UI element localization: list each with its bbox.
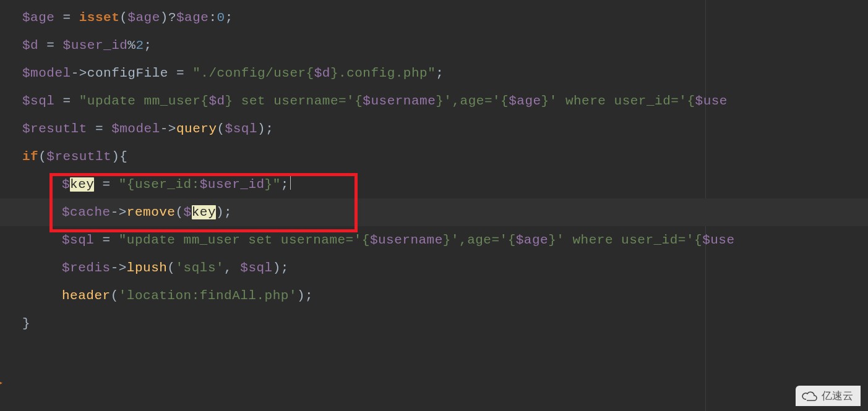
punct: ) (257, 122, 265, 136)
punct: ( (111, 289, 119, 303)
method-remove: remove (127, 205, 176, 219)
punct: , (224, 261, 240, 275)
text-cursor-icon (290, 175, 291, 190)
string: "./config/user{ (192, 66, 314, 80)
punct: ; (144, 38, 152, 53)
punct: ; (225, 11, 233, 25)
string: }',age='{ (436, 94, 509, 108)
number: 2 (135, 38, 144, 53)
punct: ; (281, 177, 289, 192)
gutter-arrow-icon: ▸ (0, 375, 4, 390)
punct: ( (167, 261, 175, 275)
string: }' where user_id='{ (548, 233, 702, 247)
code-line[interactable]: $key = "{user_id:$user_id}"; (0, 171, 868, 198)
punct: } (22, 316, 30, 331)
variable: $d (208, 94, 225, 108)
operator: : (208, 11, 217, 25)
code-line[interactable]: if($resutlt){ (0, 143, 868, 171)
variable: $resutlt (22, 122, 87, 136)
number: 0 (217, 11, 225, 25)
code-line[interactable]: $age = isset($age)?$age:0; (0, 4, 868, 32)
string: } set username='{ (225, 94, 363, 108)
punct: { (119, 150, 127, 164)
variable: $sql (22, 94, 54, 108)
punct: ) (111, 150, 119, 164)
operator: % (127, 38, 135, 53)
variable: $username (363, 94, 436, 108)
variable-dollar: $ (184, 205, 192, 219)
variable: $model (22, 66, 71, 80)
function-header: header (62, 289, 111, 303)
code-line[interactable]: $sql = "update mm_user{$d} set username=… (0, 87, 868, 115)
string: 'sqls' (175, 261, 224, 275)
operator: = (168, 66, 192, 80)
operator: = (54, 94, 79, 108)
code-line[interactable]: $d = $user_id%2; (0, 32, 868, 59)
operator: ? (168, 11, 176, 25)
variable: $cache (62, 205, 111, 219)
punct: ) (160, 11, 168, 25)
punct: ; (281, 261, 289, 275)
variable: $redis (62, 261, 111, 275)
variable: $age (22, 11, 54, 25)
code-line[interactable]: } (0, 310, 868, 337)
punct: ( (38, 150, 46, 164)
punct: ( (119, 11, 127, 25)
operator: = (87, 122, 111, 136)
operator-arrow: -> (160, 122, 176, 136)
variable: $d (22, 38, 38, 53)
string: }',age='{ (443, 233, 516, 247)
code-editor[interactable]: $age = isset($age)?$age:0; $d = $user_id… (0, 0, 868, 411)
variable: $model (111, 122, 160, 136)
keyword-if: if (22, 150, 38, 164)
operator: = (94, 177, 118, 192)
punct: ; (305, 289, 313, 303)
variable: $sql (240, 261, 272, 275)
string: }' where user_id='{ (541, 94, 695, 108)
operator: = (54, 11, 79, 25)
variable: $use (702, 233, 734, 247)
string: 'location:findAll.php' (119, 289, 297, 303)
highlight-key: key (70, 177, 94, 192)
watermark-badge: 亿速云 (796, 386, 861, 406)
punct: ) (273, 261, 281, 275)
variable: $age (127, 11, 160, 25)
variable: $age (509, 94, 541, 108)
property: configFile (87, 66, 168, 80)
code-line[interactable]: $resutlt = $model->query($sql); (0, 115, 868, 143)
variable: $resutlt (46, 150, 111, 164)
code-line[interactable]: $redis->lpush('sqls', $sql); (0, 254, 868, 282)
variable: $user_id (200, 177, 265, 192)
highlight-key: key (192, 205, 216, 219)
variable: $sql (225, 122, 257, 136)
variable: $d (314, 66, 330, 80)
variable: $age (176, 11, 208, 25)
string: "update mm_user{ (79, 94, 209, 108)
string: }.config.php" (330, 66, 436, 80)
string: "{user_id: (119, 177, 200, 192)
method-query: query (176, 122, 217, 136)
punct: ; (436, 66, 444, 80)
method-lpush: lpush (127, 261, 168, 275)
variable-dollar: $ (62, 177, 70, 192)
variable: $age (516, 233, 548, 247)
operator: = (94, 233, 118, 247)
variable: $user_id (63, 38, 128, 53)
variable: $use (695, 94, 728, 108)
punct: ) (297, 289, 305, 303)
operator-arrow: -> (111, 261, 127, 275)
punct: ; (224, 205, 232, 219)
operator-arrow: -> (71, 66, 87, 80)
punct: ( (217, 122, 225, 136)
punct: ) (216, 205, 224, 219)
code-line[interactable]: header('location:findAll.php'); (0, 282, 868, 310)
keyword-isset: isset (79, 11, 120, 25)
watermark-text: 亿速云 (822, 389, 853, 403)
variable: $username (370, 233, 443, 247)
code-line[interactable]: $model->configFile = "./config/user{$d}.… (0, 59, 868, 87)
punct: ( (175, 205, 183, 219)
string: "update mm_user set username='{ (119, 233, 370, 247)
operator-arrow: -> (111, 205, 127, 219)
code-line[interactable]: $sql = "update mm_user set username='{$u… (0, 226, 868, 254)
code-line-active[interactable]: $cache->remove($key); (0, 198, 868, 226)
